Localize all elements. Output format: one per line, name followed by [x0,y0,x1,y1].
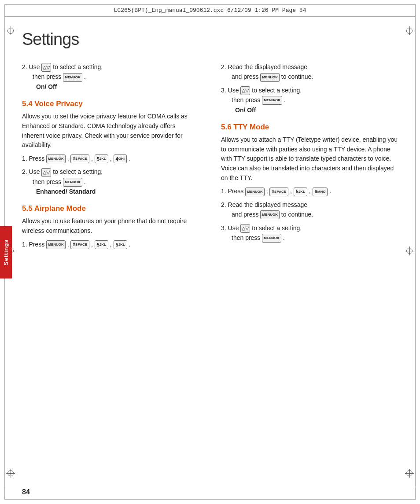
hash-space-btn-3: #SPACE [269,188,288,196]
nav-icon-4: △▽ [240,224,250,233]
header-filename: LG265(BPT)_Eng_manual_090612.qxd 6/12/09… [114,7,306,14]
page-title: Settings [22,30,398,49]
menu-ok-btn-8: MENUOK [260,210,280,219]
key-5-jkl-btn-2: 5 JKL [95,240,108,249]
hash-space-btn-1: #SPACE [70,155,89,163]
right-step2-read: 2. Read the displayed message and press … [221,62,398,82]
left-column: 2. Use △▽ to select a setting, then pres… [22,62,203,253]
intro-step2: 2. Use △▽ to select a setting, then pres… [22,62,199,92]
key-5-jkl-btn-1: 5 JKL [95,155,108,163]
menu-ok-btn-6: MENU/OK [262,96,282,105]
key-5-jkl-btn-4: 5 JKL [294,188,307,196]
hash-space-btn-2: #SPACE [70,240,89,249]
section-56-step1: 1. Press MENUOK , #SPACE , 5 JKL , 6 MNO… [221,186,398,196]
section-56-heading: 5.6 TTY Mode [221,123,398,132]
menu-ok-btn-5: MENUOK [260,73,280,82]
main-content: Settings 2. Use △▽ to select a setting, … [22,17,398,486]
reg-mark-mid-right [405,246,414,255]
section-55-body: Allows you to use features on your phone… [22,217,199,235]
key-6-mno-btn: 6 MNO [313,188,328,196]
menu-ok-btn-3: MENUOK [63,178,82,187]
section-55-step1: 1. Press MENUOK , #SPACE , 5 JKL , 5 JKL… [22,239,199,249]
section-56-step2: 2. Read the displayed message and press … [221,200,398,220]
section-54-body: Allows you to set the voice privacy feat… [22,112,199,150]
nav-icon-3: △▽ [240,86,250,95]
key-5-jkl-btn-3: 5 JKL [114,240,127,249]
right-step3-use: 3. Use △▽ to select a setting, then pres… [221,85,398,115]
menu-ok-btn-7: MENUOK [245,188,265,196]
key-4-ghi-btn: 4 GHI [114,155,127,163]
reg-mark-top-right [405,26,414,35]
page-number: 84 [22,488,30,496]
menu-ok-btn-1: MENUOK [63,73,82,82]
reg-mark-bot-right [405,469,414,478]
right-column: 2. Read the displayed message and press … [217,62,398,253]
section-54-heading: 5.4 Voice Privacy [22,99,199,108]
header-bar: LG265(BPT)_Eng_manual_090612.qxd 6/12/09… [4,4,416,17]
reg-mark-bot-left [6,469,15,478]
section-54-step2: 2. Use △▽ to select a setting, then pres… [22,167,199,196]
side-tab: Settings [0,226,12,278]
nav-icon-2: △▽ [41,168,51,177]
two-column-layout: 2. Use △▽ to select a setting, then pres… [22,62,398,253]
reg-mark-top-left [6,26,15,35]
section-56-body: Allows you to attach a TTY (Teletype wri… [221,135,398,183]
section-54-step1: 1. Press MENUOK , #SPACE , 5 JKL , 4 GHI… [22,154,199,163]
menu-ok-btn-9: MENUOK [262,234,281,243]
section-56-step3: 3. Use △▽ to select a setting, then pres… [221,223,398,243]
bottom-separator [4,487,416,487]
menu-ok-btn-4: MENUOK [46,240,66,249]
menu-ok-btn-2: MENUOK [46,155,66,163]
section-55-heading: 5.5 Airplane Mode [22,204,199,213]
nav-icon-1: △▽ [41,63,51,72]
